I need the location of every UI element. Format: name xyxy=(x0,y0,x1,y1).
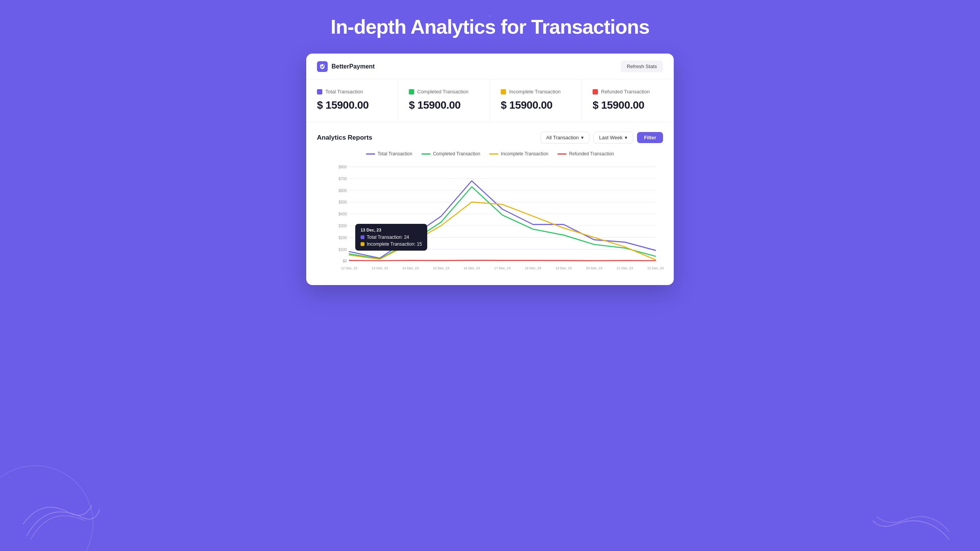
svg-text:19 Dec, 23: 19 Dec, 23 xyxy=(555,266,572,270)
stat-card-2: Incomplete Transaction $ 15900.00 xyxy=(490,80,582,122)
svg-text:21 Dec, 23: 21 Dec, 23 xyxy=(617,266,633,270)
chart-svg: $0$100$200$300$400$500$600$700$80012 Dec… xyxy=(332,163,663,277)
stat-dot xyxy=(317,89,322,95)
stat-dot xyxy=(593,89,598,95)
chart-container: $0$100$200$300$400$500$600$700$80012 Dec… xyxy=(317,163,663,277)
svg-text:16 Dec, 23: 16 Dec, 23 xyxy=(464,266,480,270)
analytics-header: Analytics Reports All Transaction ▾ Last… xyxy=(317,132,663,143)
stat-card-1: Completed Transaction $ 15900.00 xyxy=(398,80,490,122)
legend-label: Refunded Transaction xyxy=(569,151,614,156)
period-filter-label: Last Week xyxy=(599,135,622,140)
svg-text:12 Dec, 23: 12 Dec, 23 xyxy=(341,266,358,270)
stat-card-3: Refunded Transaction $ 15900.00 xyxy=(582,80,674,122)
filter-controls: All Transaction ▾ Last Week ▾ Filter xyxy=(541,132,663,143)
svg-text:17 Dec, 23: 17 Dec, 23 xyxy=(494,266,511,270)
legend-label: Total Transaction xyxy=(377,151,412,156)
stat-value: $ 15900.00 xyxy=(409,99,479,111)
logo-text: BetterPayment xyxy=(332,63,375,70)
stat-value: $ 15900.00 xyxy=(593,99,663,111)
chevron-down-icon: ▾ xyxy=(581,135,584,140)
svg-text:$700: $700 xyxy=(338,176,347,181)
legend-line xyxy=(421,153,431,155)
transaction-filter-select[interactable]: All Transaction ▾ xyxy=(541,132,590,143)
page-title: In-depth Analytics for Transactions xyxy=(331,15,650,38)
transaction-filter-label: All Transaction xyxy=(546,135,579,140)
legend-label: Incomplete Transaction xyxy=(501,151,548,156)
svg-text:$200: $200 xyxy=(338,235,347,240)
svg-text:14 Dec, 23: 14 Dec, 23 xyxy=(402,266,419,270)
stat-label: Incomplete Transaction xyxy=(509,89,560,95)
svg-text:18 Dec, 28: 18 Dec, 28 xyxy=(525,266,541,270)
svg-text:15 Dec, 23: 15 Dec, 23 xyxy=(433,266,449,270)
legend-item: Refunded Transaction xyxy=(557,151,614,156)
legend-item: Total Transaction xyxy=(366,151,412,156)
svg-text:20 Dec, 23: 20 Dec, 23 xyxy=(586,266,603,270)
legend-label: Completed Transaction xyxy=(433,151,480,156)
dashboard-card: BetterPayment Refresh Stats Total Transa… xyxy=(306,54,674,285)
stat-value: $ 15900.00 xyxy=(501,99,571,111)
refresh-stats-button[interactable]: Refresh Stats xyxy=(621,60,663,72)
svg-text:22 Dec, 23: 22 Dec, 23 xyxy=(647,266,664,270)
stat-label: Refunded Transaction xyxy=(601,89,650,95)
analytics-title: Analytics Reports xyxy=(317,134,372,142)
stat-label-row: Total Transaction xyxy=(317,89,387,95)
stat-label: Total Transaction xyxy=(325,89,363,95)
dashboard-header: BetterPayment Refresh Stats xyxy=(306,54,674,80)
chevron-down-icon-2: ▾ xyxy=(625,135,627,140)
legend-line xyxy=(557,153,567,155)
svg-text:$0: $0 xyxy=(343,259,347,263)
svg-text:$500: $500 xyxy=(338,200,347,204)
stats-row: Total Transaction $ 15900.00 Completed T… xyxy=(306,80,674,122)
stat-label-row: Refunded Transaction xyxy=(593,89,663,95)
chart-legend: Total Transaction Completed Transaction … xyxy=(317,151,663,156)
legend-line xyxy=(366,153,375,155)
svg-text:$600: $600 xyxy=(338,188,347,192)
svg-text:$300: $300 xyxy=(338,224,347,228)
svg-text:13 Dec, 23: 13 Dec, 23 xyxy=(372,266,388,270)
period-filter-select[interactable]: Last Week ▾ xyxy=(593,132,633,143)
stat-value: $ 15900.00 xyxy=(317,99,387,111)
stat-label-row: Incomplete Transaction xyxy=(501,89,571,95)
logo-area: BetterPayment xyxy=(317,61,375,72)
stat-dot xyxy=(501,89,506,95)
stat-label: Completed Transaction xyxy=(417,89,469,95)
stat-label-row: Completed Transaction xyxy=(409,89,479,95)
legend-item: Completed Transaction xyxy=(421,151,480,156)
filter-button[interactable]: Filter xyxy=(637,132,663,143)
logo-icon xyxy=(317,61,328,72)
svg-text:$800: $800 xyxy=(338,165,347,169)
svg-text:$100: $100 xyxy=(338,247,347,251)
stat-dot xyxy=(409,89,414,95)
legend-item: Incomplete Transaction xyxy=(489,151,548,156)
stat-card-0: Total Transaction $ 15900.00 xyxy=(306,80,398,122)
legend-line xyxy=(489,153,498,155)
analytics-section: Analytics Reports All Transaction ▾ Last… xyxy=(306,122,674,285)
svg-text:$400: $400 xyxy=(338,212,347,216)
